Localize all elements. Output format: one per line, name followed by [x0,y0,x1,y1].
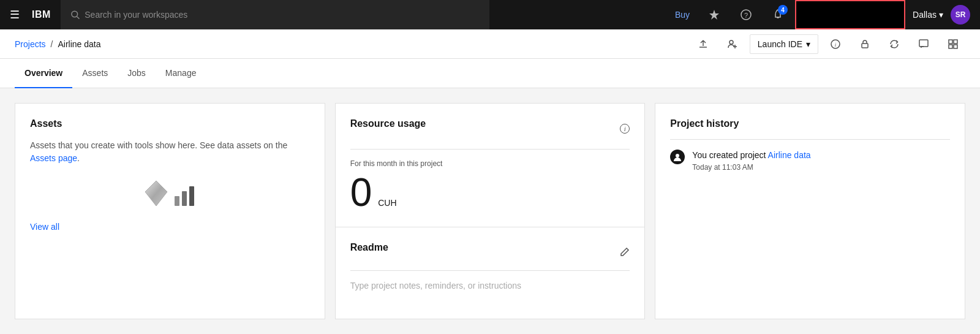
breadcrumb-separator: / [51,39,53,49]
notification-count: 4 [778,5,788,15]
svg-point-20 [676,154,679,158]
user-silhouette-icon [673,153,682,161]
pin-icon [708,9,720,21]
project-info-button[interactable]: i [823,32,848,56]
history-user-avatar [670,150,685,164]
topnav-actions: Buy ? 4 Dallas ▾ SR [668,0,970,29]
assets-card-title: Assets [30,118,310,129]
svg-marker-16 [145,181,167,206]
action-bar: Launch IDE ▾ i [691,32,965,56]
help-icon-button[interactable]: ? [731,0,761,29]
assets-page-link[interactable]: Assets page [30,153,77,163]
comment-icon [919,39,929,49]
tab-assets[interactable]: Assets [72,59,118,88]
breadcrumb-action-bar: Projects / Airline data Launch IDE ▾ [0,29,980,59]
ibm-brand-logo: IBM [32,9,51,20]
tab-jobs[interactable]: Jobs [118,59,156,88]
edit-icon [620,247,630,257]
svg-rect-19 [189,186,194,206]
resource-divider [350,149,630,150]
location-chevron-icon: ▾ [939,10,943,20]
main-content: Assets Assets that you create with tools… [0,88,980,334]
search-icon [70,10,80,20]
readme-placeholder: Type project notes, reminders, or instru… [350,281,630,290]
bar-chart-illustration [173,183,195,207]
history-title: Project history [670,118,950,129]
lock-icon-button[interactable] [853,32,877,56]
history-timestamp: Today at 11:03 AM [692,163,810,172]
svg-text:?: ? [744,12,748,19]
location-selector[interactable]: Dallas ▾ [908,10,948,20]
svg-rect-13 [954,40,957,44]
upload-button[interactable] [691,32,715,56]
tab-manage[interactable]: Manage [156,59,206,88]
resource-info-icon[interactable]: i [620,124,630,134]
breadcrumb-projects-link[interactable]: Projects [15,39,46,49]
comment-button[interactable] [911,32,936,56]
user-avatar[interactable]: SR [951,5,970,25]
readme-card: Readme Type project notes, reminders, or… [335,227,646,319]
assets-illustration [30,180,310,207]
add-collaborator-button[interactable] [720,32,745,56]
launch-ide-label: Launch IDE [758,39,802,49]
launch-ide-chevron-icon: ▾ [806,39,810,49]
resource-usage-title: Resource usage [350,118,426,129]
location-label: Dallas [913,10,937,20]
breadcrumb: Projects / Airline data [15,39,101,49]
svg-text:i: i [835,42,837,48]
info-icon: i [831,39,840,49]
diamond-illustration [144,180,168,207]
launch-ide-button[interactable]: Launch IDE ▾ [750,34,818,54]
resource-usage-card: Resource usage i For this month in this … [335,103,646,227]
project-history-card: Project history You created project Airl… [655,103,965,319]
svg-line-1 [77,17,79,19]
grid-icon [948,39,958,49]
svg-point-5 [729,40,733,44]
svg-rect-15 [954,45,957,48]
lock-icon [860,39,870,49]
breadcrumb-current-page: Airline data [58,39,100,49]
help-icon: ? [740,9,752,21]
svg-rect-18 [182,191,187,206]
col2: Resource usage i For this month in this … [335,103,646,319]
resource-unit: CUH [378,198,396,208]
svg-rect-12 [949,40,952,44]
highlighted-region [795,0,905,29]
search-input[interactable] [85,10,480,20]
grid-button[interactable] [941,32,965,56]
svg-rect-14 [949,45,952,48]
assets-card: Assets Assets that you create with tools… [15,103,325,319]
resource-value: 0 [350,173,372,212]
refresh-button[interactable] [882,32,907,56]
resource-subtitle: For this month in this project [350,159,630,168]
edit-readme-button[interactable] [620,247,630,259]
add-user-icon [728,39,737,49]
svg-rect-11 [919,40,928,47]
history-project-link[interactable]: Airline data [768,150,811,160]
upload-icon [698,39,708,49]
buy-button[interactable]: Buy [668,10,697,20]
tabs-navigation: Overview Assets Jobs Manage [0,59,980,88]
svg-rect-17 [175,196,179,206]
svg-point-0 [72,11,78,17]
menu-icon[interactable]: ☰ [10,8,20,21]
refresh-icon [889,39,899,49]
tab-overview[interactable]: Overview [15,59,72,88]
top-navigation: ☰ IBM Buy ? 4 [0,0,980,29]
view-all-link[interactable]: View all [30,222,59,232]
readme-title: Readme [350,242,388,253]
history-text: You created project Airline data [692,150,810,162]
assets-description: Assets that you create with tools show h… [30,139,310,165]
history-item: You created project Airline data Today a… [670,139,950,172]
pin-icon-button[interactable] [699,0,729,29]
svg-rect-10 [862,44,868,48]
search-bar[interactable] [61,0,489,29]
notification-bell-button[interactable]: 4 [763,0,793,29]
